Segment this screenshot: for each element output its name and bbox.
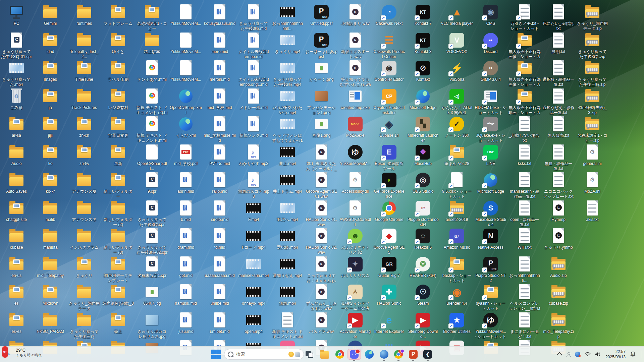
desktop-icon[interactable]: 井上ドラム.mp4: [271, 172, 304, 194]
desktop-icon[interactable]: Audio: [0, 144, 33, 166]
desktop-icon[interactable]: ♻ごみ箱: [0, 88, 33, 110]
desktop-icon[interactable]: ⚡↗VoiSona: [441, 60, 473, 82]
desktop-icon[interactable]: ✚↗HALion Sonic: [373, 284, 405, 306]
desktop-icon[interactable]: ↗筆まめ Ver.28: [441, 144, 473, 166]
desktop-icon[interactable]: きゅうり食ってた午後3時.mp4: [271, 60, 304, 87]
desktop-icon[interactable]: MoZAMoZA.exe: [339, 116, 371, 138]
desktop-icon[interactable]: Gemini: [34, 4, 66, 26]
desktop-icon[interactable]: ◎↗OBS Studio: [407, 172, 439, 194]
desktop-icon[interactable]: ↗Microsoft Edge: [407, 88, 439, 110]
desktop-icon[interactable]: ♪PVTNd.mid: [204, 144, 236, 166]
desktop-icon[interactable]: ♪jusu.mid: [170, 312, 202, 334]
desktop-icon[interactable]: ニコニコバックアップロ―ド.txt: [542, 172, 575, 199]
desktop-icon[interactable]: ◔↗Cakewalk Next: [373, 4, 405, 26]
desktop-icon[interactable]: ••↗GIMP 3.0.4: [475, 60, 507, 82]
desktop-icon[interactable]: ↗無人販売不正行為画像 - ショートカッ...: [508, 32, 541, 60]
desktop-icon[interactable]: e↗Internet Explorer: [373, 312, 405, 334]
desktop-icon[interactable]: ▶バスドラ.wav: [305, 312, 337, 334]
desktop-icon[interactable]: 名称未設定1 - コピー: [136, 4, 168, 31]
cubase-button[interactable]: ❮: [421, 349, 434, 360]
hidden-icons-chevron[interactable]: [556, 352, 562, 358]
desktop-icon[interactable]: ◁)↗かんたん！ AITalk 3 関西風: [441, 88, 473, 115]
desktop-icon[interactable]: ラベル印刷: [102, 60, 134, 82]
desktop-icon[interactable]: ♪meroin.mid: [204, 60, 236, 82]
desktop-icon[interactable]: 名称未設定1 - コピー.zip: [576, 116, 608, 143]
desktop-icon[interactable]: KT↗Kontakt 8: [407, 32, 439, 54]
desktop-icon[interactable]: TimeTune: [68, 60, 100, 82]
desktop-icon[interactable]: ksks.txt: [508, 144, 541, 166]
desktop-icon[interactable]: ♪td.mid: [204, 228, 236, 250]
desktop-icon[interactable]: Images: [34, 60, 66, 82]
desktop-icon[interactable]: レジ袋有料: [102, 88, 134, 110]
desktop-icon[interactable]: ♪rajio.mid: [204, 172, 236, 194]
desktop-icon[interactable]: 無題 - 親作品一覧.txt: [542, 144, 575, 171]
desktop-icon[interactable]: ゆ↗YukkuriMovieM... - ショートカット: [475, 312, 507, 339]
person-tray-icon[interactable]: [567, 352, 571, 356]
desktop-icon[interactable]: ♪umibe.mid: [204, 284, 236, 306]
desktop-icon[interactable]: ♪umibet.mid: [204, 312, 236, 334]
desktop-icon[interactable]: ◉↗CMS: [475, 4, 507, 26]
desktop-icon[interactable]: ᆺ↗孤独なインディーゲーム開発者の一生 ...: [339, 284, 371, 311]
desktop-icon[interactable]: ♪MP3わかりやす.mp3: [237, 144, 270, 166]
desktop-icon[interactable]: E↗Epson 接続診断ツール: [373, 144, 405, 171]
desktop-icon[interactable]: ゆF.ymmp: [542, 200, 575, 222]
desktop-icon[interactable]: ◈↗Cubase 14: [373, 116, 405, 138]
desktop-icon[interactable]: ☉↗Steam: [407, 284, 439, 306]
volume-icon[interactable]: [595, 352, 601, 357]
desktop-icon[interactable]: Track Pictures: [68, 88, 100, 110]
desktop-icon[interactable]: 画像1.png: [305, 116, 337, 138]
desktop-icon[interactable]: プレゼンテーション1.png: [305, 88, 337, 115]
desktop-icon[interactable]: ❂↗REAPER (x64): [407, 256, 439, 278]
desktop-icon[interactable]: きゅうり食ってた午後三時: [68, 312, 100, 339]
desktop-icon[interactable]: ▶Groove Agent SE 01.wav: [305, 172, 337, 199]
desktop-icon[interactable]: Cきゅうり食ってた午後3時-01.cpr: [0, 32, 33, 59]
desktop-icon[interactable]: ♪メドレー風.mid: [237, 88, 270, 110]
desktop-icon[interactable]: KT↗Kontakt 7: [407, 4, 439, 26]
desktop-icon[interactable]: ♪タイトル未設定.tempo.mid: [237, 32, 270, 59]
desktop-icon[interactable]: cubase.zip: [542, 284, 575, 306]
chrome-button[interactable]: [333, 349, 346, 360]
desktop-icon[interactable]: 選択肢.mp4: [271, 228, 304, 250]
desktop-icon[interactable]: OpenCvSharp.xml: [170, 88, 202, 115]
desktop-icon[interactable]: 新しいフォルダー (2): [102, 200, 134, 227]
desktop-icon[interactable]: 調声練習(失敗)_3.zip: [576, 88, 608, 115]
desktop-icon[interactable]: ヘルスコンプレッション__歌詞.txt: [508, 284, 541, 311]
desktop-icon[interactable]: Cきゅうり食ってた午後3時.cpr: [136, 200, 168, 227]
desktop-icon[interactable]: PC: [0, 4, 33, 26]
desktop-icon[interactable]: _起動しない場合.txt: [508, 116, 541, 143]
desktop-icon[interactable]: 売上: [102, 312, 134, 334]
desktop-icon[interactable]: ↗無人販売不正行為画像 - ショートカット: [508, 60, 541, 87]
desktop-icon[interactable]: ↗HDDFMT.exe - ショートカット: [475, 88, 507, 115]
desktop-icon[interactable]: OpenCvSharp.dll...: [136, 144, 168, 171]
desktop-icon[interactable]: ar-sa: [0, 116, 33, 138]
weather-widget[interactable]: ☁9+ 29°C くもり時々晴れ: [3, 348, 42, 358]
desktop-icon[interactable]: きゅうり食ってた午後三時.zip: [576, 60, 608, 87]
desktop-icon[interactable]: sfz↗Plogue sforzando x64: [407, 200, 439, 227]
desktop-icon[interactable]: フォトフレーム: [102, 4, 134, 26]
desktop-icon[interactable]: zh-cn: [68, 116, 100, 138]
desktop-icon[interactable]: くらび.xml: [170, 116, 202, 138]
desktop-icon[interactable]: 選択肢 - 親作品一覧.txt: [542, 60, 575, 87]
desktop-icon[interactable]: zh-tw: [68, 144, 100, 166]
clock[interactable]: 22:57 2025/09/13: [605, 349, 626, 360]
desktop-icon[interactable]: PNT2おーばーまにあ.ppsf: [305, 32, 337, 59]
desktop-icon[interactable]: ▶↗Activation Manager: [339, 312, 371, 339]
desktop-icon[interactable]: 羽尻へ.mp4: [271, 200, 304, 222]
desktop-icon[interactable]: 路上駐車: [136, 32, 168, 54]
desktop-icon[interactable]: N↗Native Access: [475, 228, 507, 250]
desktop-icon[interactable]: きゅうり_調声用データ.zip: [576, 4, 608, 31]
desktop-icon[interactable]: cubase: [0, 228, 33, 250]
desktop-icon[interactable]: ♪b.mid: [170, 200, 202, 222]
desktop-icon[interactable]: ◉↗Blender 4.4: [441, 284, 473, 306]
desktop-icon[interactable]: ↗9.5.xlsx - ショートカット: [441, 172, 473, 199]
desktop-icon[interactable]: ▶↗Steinberg Downlo...: [407, 312, 439, 339]
desktop-icon[interactable]: まにまにわーるど！.txt: [508, 312, 541, 339]
desktop-icon[interactable]: ❖↗MuseHub: [407, 144, 439, 166]
app-tray-icon[interactable]: [575, 352, 580, 357]
desktop-icon[interactable]: ✦↗ポリリリリズム: [339, 256, 371, 278]
notification-bell-icon[interactable]: z: [630, 352, 636, 357]
desktop-icon[interactable]: 65407.jpg: [136, 284, 168, 306]
desktop-icon[interactable]: ♪mid_学校.mid: [204, 88, 236, 110]
desktop-icon[interactable]: GR↗Guitar Rig 7: [373, 256, 405, 278]
desktop-icon[interactable]: Telepathy_Inst_2...: [68, 32, 100, 59]
